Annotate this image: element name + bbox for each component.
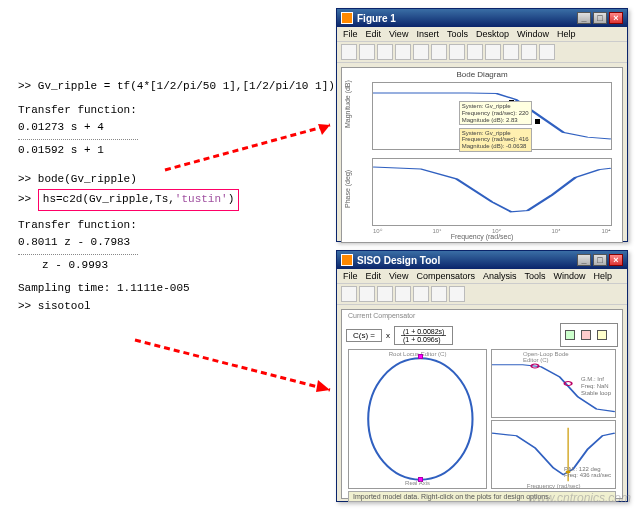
toolbar-button[interactable] [449,44,465,60]
console-line: >> sisotool [18,298,318,316]
openloop-phase-panel[interactable]: P.M.: 122 deg Freq: 436 rad/sec Frequenc… [491,420,616,489]
toolbar-button[interactable] [359,44,375,60]
plot-title: Bode Diagram [342,68,622,79]
data-marker[interactable] [535,119,540,124]
toolbar-button[interactable] [395,286,411,302]
menubar: File Edit View Insert Tools Desktop Wind… [337,27,627,41]
toolbar-button[interactable] [431,286,447,302]
toolbar-button[interactable] [485,44,501,60]
toolbar-button[interactable] [377,44,393,60]
openloop-mag-panel[interactable]: Open-Loop Bode Editor (C) G.M.: Inf Freq… [491,349,616,418]
toolbar-button[interactable] [341,286,357,302]
toolbar-button[interactable] [503,44,519,60]
toolbar-button[interactable] [377,286,393,302]
menu-item[interactable]: Window [553,271,585,281]
toolbar-button[interactable] [395,44,411,60]
close-button[interactable]: × [609,12,623,24]
console-line: 0.8011 z - 0.7983 [18,234,318,252]
menu-item[interactable]: Help [557,29,576,39]
margin-info: P.M.: 122 deg Freq: 436 rad/sec [562,465,613,480]
watermark: www.cntronics.com [528,491,631,505]
xlabel: Frequency (rad/sec) [527,483,581,489]
titlebar[interactable]: SISO Design Tool _ □ × [337,251,627,269]
console-line: >> hs=c2d(Gv_ripple,Ts,'tustin') [18,189,318,211]
console-line: 0.01273 s + 4 [18,119,318,137]
compensator-equation[interactable]: (1 + 0.0082s) (1 + 0.096s) [394,326,453,345]
matlab-icon [341,254,353,266]
data-tip: System: Gv_ripple Frequency (rad/sec): 2… [459,101,532,125]
console-line: Sampling time: 1.1111e-005 [18,280,318,298]
fraction-rule [18,139,138,140]
compensator-label: Current Compensator [344,312,620,321]
menu-item[interactable]: Tools [524,271,545,281]
toolbar-button[interactable] [341,44,357,60]
toolbar-button[interactable] [449,286,465,302]
toolbar-button[interactable] [413,286,429,302]
toolbar [337,283,627,305]
highlighted-command: hs=c2d(Gv_ripple,Ts,'tustin') [38,189,239,211]
bode-phase-axes[interactable]: 10⁰ 10¹ 10² 10³ 10⁴ [372,158,612,226]
toolbar-button[interactable] [359,286,375,302]
console-line: z - 0.9993 [18,257,318,275]
menu-item[interactable]: Insert [416,29,439,39]
svg-marker-3 [316,380,330,392]
console-line: Transfer function: [18,217,318,235]
maximize-button[interactable]: □ [593,12,607,24]
menu-item[interactable]: Desktop [476,29,509,39]
ylabel-mag: Magnitude (dB) [344,80,351,128]
svg-marker-1 [318,124,330,135]
bode-magnitude-axes[interactable]: System: Gv_ripple Frequency (rad/sec): 2… [372,82,612,150]
root-locus-panel[interactable]: Root Locus Editor (C) Real Axis [348,349,487,489]
toolbar-button[interactable] [413,44,429,60]
toolbar-button[interactable] [539,44,555,60]
architecture-thumbnail[interactable] [560,323,618,347]
menubar: File Edit View Compensators Analysis Too… [337,269,627,283]
menu-item[interactable]: Edit [366,29,382,39]
console-line: Transfer function: [18,102,318,120]
xtick: 10⁰ [373,227,382,234]
xtick: 10³ [552,228,561,234]
data-tip: System: Gv_ripple Frequency (rad/sec): 4… [459,128,532,152]
menu-item[interactable]: Analysis [483,271,517,281]
fraction-rule [18,254,138,255]
margin-info: G.M.: Inf Freq: NaN Stable loop [579,375,613,397]
toolbar-button[interactable] [467,44,483,60]
siso-design-window: SISO Design Tool _ □ × File Edit View Co… [336,250,628,502]
compensator-select[interactable]: C(s) = [346,329,382,342]
minimize-button[interactable]: _ [577,12,591,24]
bode-plot-area[interactable]: Bode Diagram Magnitude (dB) Phase (deg) … [341,67,623,243]
close-button[interactable]: × [609,254,623,266]
toolbar [337,41,627,63]
xtick: 10¹ [433,228,442,234]
menu-item[interactable]: Window [517,29,549,39]
menu-item[interactable]: Compensators [416,271,475,281]
menu-item[interactable]: File [343,29,358,39]
menu-item[interactable]: File [343,271,358,281]
matlab-console: >> Gv_ripple = tf(4*[1/2/pi/50 1],[1/2/p… [18,78,318,316]
toolbar-button[interactable] [431,44,447,60]
menu-item[interactable]: Help [593,271,612,281]
matlab-icon [341,12,353,24]
menu-item[interactable]: View [389,29,408,39]
maximize-button[interactable]: □ [593,254,607,266]
console-line: >> bode(Gv_ripple) [18,171,318,189]
console-line: >> Gv_ripple = tf(4*[1/2/pi/50 1],[1/2/p… [18,78,318,96]
xtick: 10² [492,228,501,234]
xlabel: Real Axis [405,480,430,486]
xtick: 10⁴ [601,227,610,234]
minimize-button[interactable]: _ [577,254,591,266]
multiply-label: x [386,331,390,340]
pole-marker[interactable] [418,354,423,359]
menu-item[interactable]: Tools [447,29,468,39]
prompt: >> [18,193,38,205]
svg-point-4 [368,358,472,479]
siso-plot-area[interactable]: Current Compensator C(s) = x (1 + 0.0082… [341,309,623,499]
toolbar-button[interactable] [521,44,537,60]
xlabel: Frequency (rad/sec) [451,233,514,240]
menu-item[interactable]: View [389,271,408,281]
figure-window: Figure 1 _ □ × File Edit View Insert Too… [336,8,628,242]
console-line: 0.01592 s + 1 [18,142,318,160]
menu-item[interactable]: Edit [366,271,382,281]
window-title: Figure 1 [357,13,396,24]
titlebar[interactable]: Figure 1 _ □ × [337,9,627,27]
